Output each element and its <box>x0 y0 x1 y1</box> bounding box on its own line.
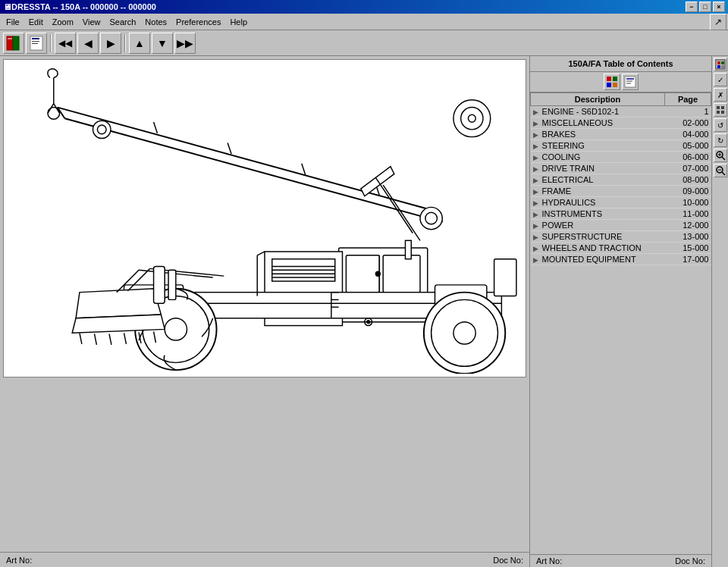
toc-row[interactable]: ▶ BRAKES 04-000 <box>531 129 711 140</box>
toc-row[interactable]: ▶ MOUNTED EQUIPMENT 17-000 <box>531 254 711 265</box>
panel-doc-label: Doc No: <box>675 556 705 565</box>
bw-view-button[interactable] <box>26 33 47 54</box>
toc-row-page: 09-000 <box>665 186 711 197</box>
svg-rect-83 <box>717 65 720 68</box>
svg-point-24 <box>468 114 475 122</box>
status-bar: Art No: Doc No: <box>0 552 529 567</box>
toc-row-page: 05-000 <box>665 140 711 152</box>
toc-title: 150A/FA Table of Contents <box>530 56 711 72</box>
sep1 <box>50 34 52 52</box>
close-button[interactable]: × <box>713 2 725 12</box>
svg-line-94 <box>722 172 725 175</box>
doc-label: Doc No: <box>493 556 523 565</box>
toc-row[interactable]: ▶ DRIVE TRAIN 07-000 <box>531 163 711 174</box>
toc-row-desc: ▶ MISCELLANEOUS <box>531 117 665 129</box>
toc-row-page: 17-000 <box>665 254 711 265</box>
toc-row-page: 15-000 <box>665 243 711 254</box>
svg-rect-82 <box>721 61 724 64</box>
toc-row-page: 06-000 <box>665 152 711 163</box>
menu-search[interactable]: Search <box>105 16 140 28</box>
nav-first-button[interactable]: ◀◀ <box>55 33 76 54</box>
toc-row-desc: ▶ SUPERSTRUCTURE <box>531 231 665 243</box>
svg-point-71 <box>425 212 438 224</box>
toolbar-arrow-icon[interactable]: ↗ <box>710 14 726 30</box>
minimize-button[interactable]: − <box>686 2 698 12</box>
side-btn-zoom-out[interactable] <box>714 164 727 177</box>
menu-preferences[interactable]: Preferences <box>171 16 225 28</box>
svg-rect-1 <box>13 36 19 50</box>
content-area: Art No: Doc No: <box>0 56 529 567</box>
color-view-button[interactable] <box>3 33 24 54</box>
toc-btn-1[interactable] <box>604 74 620 90</box>
svg-rect-6 <box>32 43 38 44</box>
menu-bar: File Edit Zoom View Search Notes Prefere… <box>0 14 728 30</box>
toc-col-page: Page <box>665 93 711 106</box>
menu-zoom[interactable]: Zoom <box>48 16 78 28</box>
toc-table: Description Page ▶ ENGINE - S6D102-1 1 ▶… <box>530 92 711 265</box>
toc-row-desc: ▶ HYDRAULICS <box>531 197 665 208</box>
toc-row-desc: ▶ MOUNTED EQUIPMENT <box>531 254 665 265</box>
toc-row[interactable]: ▶ FRAME 09-000 <box>531 186 711 197</box>
menu-view[interactable]: View <box>78 16 105 28</box>
toc-arrow-icon: ▶ <box>533 245 540 252</box>
art-doc-bar: Art No: Doc No: <box>530 554 711 567</box>
menu-notes[interactable]: Notes <box>140 16 171 28</box>
toc-row[interactable]: ▶ STEERING 05-000 <box>531 140 711 152</box>
art-label: Art No: <box>6 556 32 565</box>
toc-row[interactable]: ▶ POWER 12-000 <box>531 220 711 231</box>
svg-rect-28 <box>346 255 379 293</box>
svg-rect-81 <box>717 61 720 64</box>
side-btn-1[interactable] <box>714 58 727 71</box>
side-btn-close[interactable]: ✗ <box>714 88 727 102</box>
svg-point-31 <box>375 271 380 276</box>
side-btn-rotate-ccw[interactable]: ↺ <box>714 118 727 132</box>
toc-row-desc: ▶ COOLING <box>531 152 665 163</box>
side-btn-checkmark[interactable]: ✓ <box>714 73 727 86</box>
toc-row-desc: ▶ WHEELS AND TRACTION <box>531 243 665 254</box>
toc-row[interactable]: ▶ COOLING 06-000 <box>531 152 711 163</box>
toc-row-page: 08-000 <box>665 174 711 186</box>
svg-rect-85 <box>717 106 720 109</box>
toc-arrow-icon: ▶ <box>533 211 540 218</box>
toc-row-desc: ▶ ELECTRICAL <box>531 174 665 186</box>
svg-point-44 <box>165 318 187 340</box>
nav-last-button[interactable]: ▶▶ <box>174 33 196 54</box>
toc-row-page: 13-000 <box>665 231 711 243</box>
svg-rect-86 <box>721 106 724 109</box>
document-view <box>3 59 526 377</box>
maximize-button[interactable]: □ <box>699 2 711 12</box>
toc-row[interactable]: ▶ WHEELS AND TRACTION 15-000 <box>531 243 711 254</box>
toc-row[interactable]: ▶ HYDRAULICS 10-000 <box>531 197 711 208</box>
side-btn-rotate-cw[interactable]: ↻ <box>714 133 727 147</box>
menu-file[interactable]: File <box>2 16 24 28</box>
main-layout: Art No: Doc No: 150A/FA Table of Content… <box>0 56 728 567</box>
title-bar-controls: − □ × <box>686 2 725 12</box>
menu-edit[interactable]: Edit <box>24 16 48 28</box>
toc-row-page: 12-000 <box>665 220 711 231</box>
svg-rect-76 <box>625 77 635 87</box>
svg-rect-74 <box>607 83 611 87</box>
nav-next-button[interactable]: ▶ <box>100 33 121 54</box>
nav-up-button[interactable]: ▲ <box>129 33 150 54</box>
toc-rows: ▶ ENGINE - S6D102-1 1 ▶ MISCELLANEOUS 02… <box>531 106 711 265</box>
toc-row[interactable]: ▶ ENGINE - S6D102-1 1 <box>531 106 711 117</box>
toc-row[interactable]: ▶ INSTRUMENTS 11-000 <box>531 208 711 220</box>
svg-rect-2 <box>8 38 12 39</box>
toc-row[interactable]: ▶ MISCELLANEOUS 02-000 <box>531 117 711 129</box>
toc-row[interactable]: ▶ SUPERSTRUCTURE 13-000 <box>531 231 711 243</box>
vehicle-illustration <box>4 63 526 374</box>
toc-arrow-icon: ▶ <box>533 154 540 161</box>
svg-rect-59 <box>168 270 176 299</box>
nav-down-button[interactable]: ▼ <box>152 33 173 54</box>
menu-help[interactable]: Help <box>225 16 252 28</box>
side-btn-zoom-in[interactable] <box>714 149 727 162</box>
side-btn-grid[interactable] <box>714 103 727 117</box>
toc-row-desc: ▶ ENGINE - S6D102-1 <box>531 106 665 117</box>
svg-rect-29 <box>383 255 420 293</box>
toc-btn-2[interactable] <box>622 74 639 90</box>
right-panel: 150A/FA Table of Contents <box>529 56 711 567</box>
svg-rect-88 <box>721 111 724 114</box>
svg-rect-72 <box>607 77 611 81</box>
toc-row[interactable]: ▶ ELECTRICAL 08-000 <box>531 174 711 186</box>
nav-prev-button[interactable]: ◀ <box>77 33 99 54</box>
